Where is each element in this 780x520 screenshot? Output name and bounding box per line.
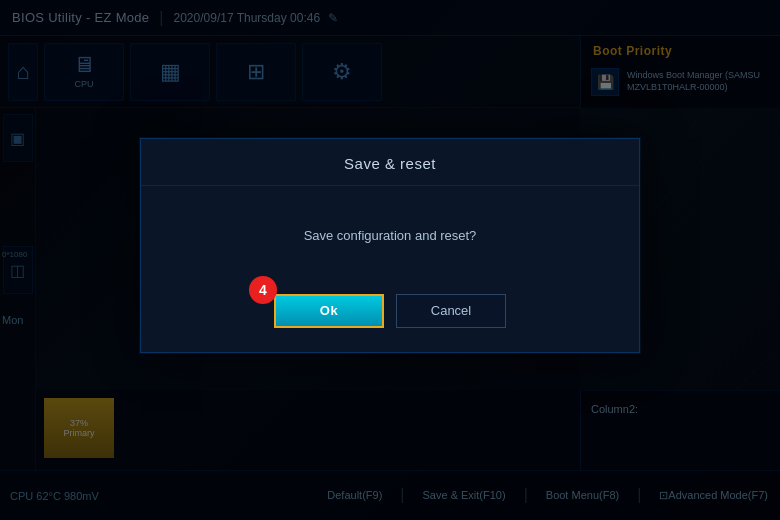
modal-overlay: Save & reset Save configuration and rese…: [0, 0, 780, 520]
step-badge: 4: [249, 276, 277, 304]
dialog-title: Save & reset: [344, 155, 436, 172]
dialog-footer: 4 Ok Cancel: [141, 294, 639, 352]
save-reset-dialog: Save & reset Save configuration and rese…: [140, 138, 640, 353]
dialog-message: Save configuration and reset?: [304, 228, 477, 243]
cancel-button[interactable]: Cancel: [396, 294, 506, 328]
dialog-header: Save & reset: [141, 139, 639, 186]
ok-button[interactable]: Ok: [274, 294, 384, 328]
dialog-body: Save configuration and reset?: [141, 186, 639, 294]
